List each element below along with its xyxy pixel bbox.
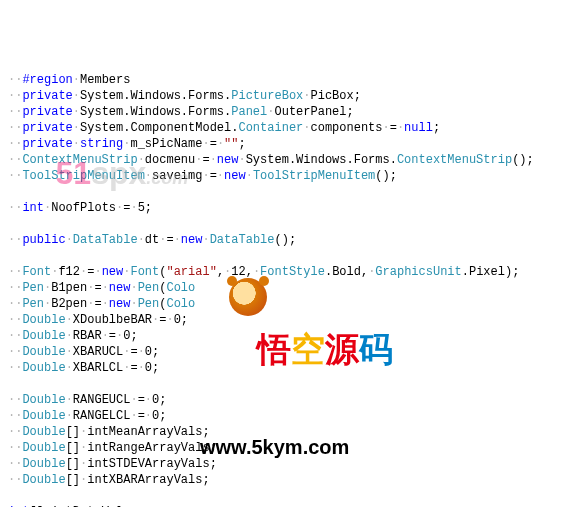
code-line: ··Double[]·intSTDEVArrayVals; [8,456,574,472]
token-ws: · [202,233,209,247]
token-ws: · [210,153,217,167]
token-ws: ·· [8,89,22,103]
token-ws: · [102,281,109,295]
token-ws: · [238,153,245,167]
token-ws: · [102,297,109,311]
code-line: ··Double·XDoublbeBAR·=·0; [8,312,574,328]
token-pn: ; [159,409,166,423]
token-ws: · [130,201,137,215]
token-ws: · [174,233,181,247]
token-tp: Colo [166,281,195,295]
token-ws: · [66,329,73,343]
token-ws: ·· [8,361,22,375]
token-pn: (); [375,169,397,183]
token-ws: ·· [8,393,22,407]
token-ws: · [73,105,80,119]
token-pn: . [462,265,469,279]
token-ws: · [138,361,145,375]
token-id: RANGEUCL [73,393,131,407]
token-tp: Colo [166,297,195,311]
token-pn: ; [354,89,361,103]
token-ws: ·· [8,105,22,119]
token-kw: new [224,169,246,183]
token-tp: DataTable [73,233,138,247]
token-tp: Double [22,345,65,359]
token-ws: · [130,409,137,423]
token-num: 0 [145,361,152,375]
token-ws: · [66,313,73,327]
code-line [8,184,574,200]
token-ws: · [138,233,145,247]
token-pn: ; [181,313,188,327]
token-id: f12 [58,265,80,279]
token-ws: · [66,345,73,359]
token-id: dt [145,233,159,247]
token-ws: ·· [8,169,22,183]
token-pn: [] [66,441,80,455]
token-str: "arial" [166,265,216,279]
token-tp: Double [22,313,65,327]
token-tp: Double [22,457,65,471]
token-id: intMeanArrayVals [87,425,202,439]
token-pn: = [130,361,137,375]
token-id: XDoublbeBAR [73,313,152,327]
token-ws: · [138,153,145,167]
token-ws: · [383,121,390,135]
code-line: ··private·System.Windows.Forms.PictureBo… [8,88,574,104]
token-pn: [] [66,457,80,471]
token-pn: (); [274,233,296,247]
code-line: ··public·DataTable·dt·=·new·DataTable(); [8,232,574,248]
token-ws: ·· [8,121,22,135]
code-line: ··Double[]·intMeanArrayVals; [8,424,574,440]
token-pn: , [217,265,224,279]
code-line [8,216,574,232]
token-ws: · [145,409,152,423]
token-ws: · [73,121,80,135]
token-ws: · [130,281,137,295]
token-id: System.Windows.Forms. [80,105,231,119]
token-ws: · [66,409,73,423]
token-id: docmenu [145,153,195,167]
token-ws: · [217,137,224,151]
token-num: 5 [138,201,145,215]
token-id: B2pen [51,297,87,311]
code-line: ··Double[]·intXBARArrayVals; [8,472,574,488]
token-ws: · [145,393,152,407]
token-tp: Font [130,265,159,279]
token-tp: Pen [22,297,44,311]
code-line: ··Font·f12·=·new·Font("arial",·12,·FontS… [8,264,574,280]
token-str: "" [224,137,238,151]
token-ws: · [130,297,137,311]
code-line [8,488,574,504]
token-ws: ·· [8,73,22,87]
token-kw: new [181,233,203,247]
code-line: ··Double·RANGEUCL·=·0; [8,392,574,408]
code-line: ··Double·RBAR·=·0; [8,328,574,344]
token-ws: ·· [8,137,22,151]
token-kw: private [22,89,72,103]
code-line: ··Double·XBARLCL·=·0; [8,360,574,376]
code-line: ··ToolStripMenuItem·saveimg·=·new·ToolSt… [8,168,574,184]
token-ws: ·· [8,441,22,455]
token-tp: Pen [138,297,160,311]
token-id: XBARLCL [73,361,123,375]
token-tp: Double [22,361,65,375]
token-tp: FontStyle [260,265,325,279]
token-pn: ; [152,345,159,359]
token-ws: ·· [8,233,22,247]
token-pn: ; [210,457,217,471]
token-num: 0 [174,313,181,327]
code-line: ··private·string·m_sPicName·=·""; [8,136,574,152]
token-ws: · [94,265,101,279]
token-pn: (); [512,153,534,167]
token-tp: Container [238,121,303,135]
token-tp: Double [22,425,65,439]
token-tp: ContextMenuStrip [22,153,137,167]
token-ws: · [102,329,109,343]
token-tp: ToolStripMenuItem [22,169,144,183]
code-line: ··ContextMenuStrip·docmenu·=·new·System.… [8,152,574,168]
token-tp: Double [22,473,65,487]
code-line: ··int·NoofPlots·=·5; [8,200,574,216]
token-kw: new [102,265,124,279]
token-id: PicBox [310,89,353,103]
